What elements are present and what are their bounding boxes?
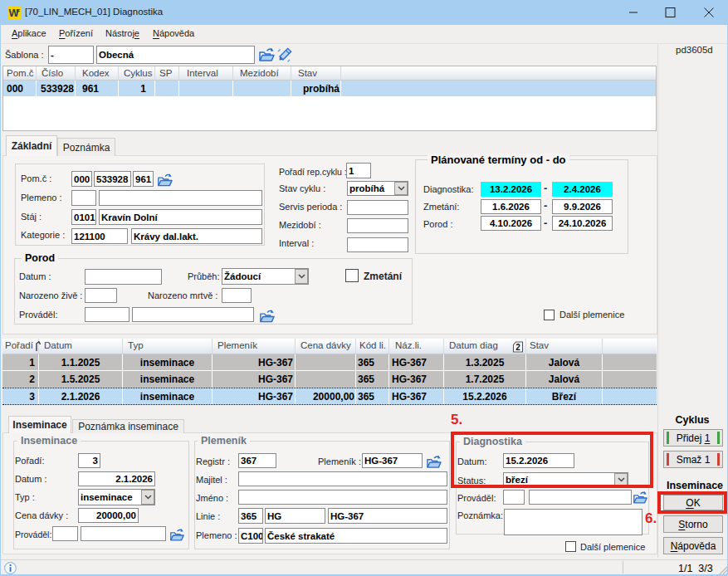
svg-text:2: 2 — [515, 343, 520, 352]
